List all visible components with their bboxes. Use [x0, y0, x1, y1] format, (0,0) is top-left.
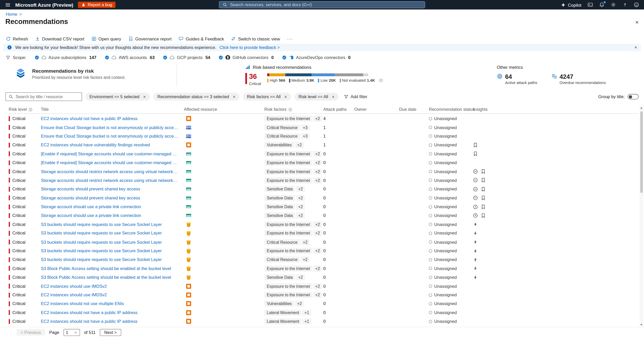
table-row[interactable]: CriticalS3 buckets should require reques… [9, 255, 638, 264]
table-row[interactable]: CriticalS3 buckets should require reques… [9, 247, 638, 255]
table-row[interactable]: Critical[Enable if required] Storage acc… [9, 149, 638, 158]
column-header-insights[interactable]: Insights [473, 107, 638, 112]
table-row[interactable]: CriticalStorage accounts should restrict… [9, 176, 638, 185]
global-search[interactable] [219, 1, 425, 8]
table-row[interactable]: CriticalStorage accounts should prevent … [9, 185, 638, 193]
recommendation-title-link[interactable]: [Enable if required] Storage accounts sh… [41, 151, 184, 156]
table-row[interactable]: CriticalStorage account should use a pri… [9, 211, 638, 220]
toolbar-switch-button[interactable]: Switch to classic view [231, 36, 280, 41]
table-row[interactable]: CriticalEC2 instances should use IMDSv2E… [9, 291, 638, 299]
risk-factor-more[interactable]: +2 [296, 186, 305, 192]
table-row[interactable]: CriticalEC2 instances should not have a … [9, 114, 638, 123]
risk-factor-more[interactable]: +2 [296, 213, 305, 219]
recommendation-title-link[interactable]: Storage accounts should restrict network… [41, 169, 184, 174]
previous-page-button[interactable]: < Previous [16, 329, 45, 336]
table-row[interactable]: CriticalStorage account should use a pri… [9, 202, 638, 211]
menu-icon[interactable] [5, 2, 11, 7]
table-row[interactable]: CriticalEC2 instances should use IMDSv2E… [9, 282, 638, 290]
recommendation-title-link[interactable]: S3 buckets should require requests to us… [41, 257, 168, 262]
toolbar-query-button[interactable]: Open query [91, 36, 121, 41]
recommendation-title-link[interactable]: S3 buckets should require requests to us… [41, 231, 168, 235]
global-search-input[interactable] [230, 3, 421, 7]
toolbar-refresh-button[interactable]: Refresh [6, 36, 28, 41]
recommendation-title-link[interactable]: Ensure that Cloud Storage bucket is not … [41, 125, 184, 130]
column-header-risk-level[interactable]: Risk level [9, 107, 41, 112]
cloud-shell-icon[interactable] [588, 2, 593, 7]
settings-icon[interactable] [611, 2, 616, 7]
table-row[interactable]: CriticalEC2 instances should not use mul… [9, 299, 638, 308]
recommendation-title-link[interactable]: Storage account should use a private lin… [41, 205, 147, 209]
remove-filter-icon[interactable]: × [143, 94, 146, 99]
risk-factor-more[interactable]: +3 [301, 124, 310, 131]
table-row[interactable]: CriticalEC2 instances should have vulner… [9, 141, 638, 149]
risk-factor-more[interactable]: +2 [313, 248, 322, 254]
vertical-scrollbar[interactable] [640, 106, 643, 327]
filter-pill[interactable]: Environment == 5 selected× [85, 93, 150, 100]
risk-factor-more[interactable]: +3 [301, 133, 310, 139]
table-row[interactable]: CriticalStorage accounts should prevent … [9, 193, 638, 202]
toolbar-download-button[interactable]: Download CSV report [35, 36, 84, 41]
scope-item-azure-subscriptions[interactable]: Azure subscriptions147 [35, 55, 96, 60]
product-title[interactable]: Microsoft Azure (Preview) [15, 2, 73, 7]
column-header-owner[interactable]: Owner [354, 107, 399, 112]
help-icon[interactable] [622, 2, 628, 7]
filter-pill[interactable]: Risk factors == All× [243, 93, 291, 100]
risk-factor-more[interactable]: +1 [302, 318, 311, 324]
recommendation-title-link[interactable]: Storage account should use a private lin… [41, 213, 147, 218]
table-row[interactable]: Critical[Enable if required] Storage acc… [9, 158, 638, 167]
table-row[interactable]: CriticalEC2 instances should not have a … [9, 308, 638, 317]
column-header-risk-factors[interactable]: Risk factors [264, 107, 323, 112]
risk-factor-more[interactable]: +2 [313, 221, 322, 228]
scope-item-gcp-projects[interactable]: GCP projects54 [163, 55, 210, 60]
risk-factor-more[interactable]: +2 [313, 283, 322, 289]
table-search[interactable] [5, 92, 82, 101]
recommendation-title-link[interactable]: S3 buckets should require requests to us… [41, 222, 168, 227]
filter-pill[interactable]: Risk level == All× [294, 93, 339, 100]
report-bug-button[interactable]: Report a bug [78, 2, 115, 8]
recommendation-title-link[interactable]: Storage accounts should restrict network… [41, 178, 184, 183]
page-select[interactable]: 1 [63, 329, 80, 336]
risk-factor-more[interactable]: +2 [295, 301, 304, 307]
scope-item-aws-accounts[interactable]: AWS accounts63 [105, 55, 155, 60]
recommendation-title-link[interactable]: EC2 instances should not have a public I… [41, 310, 143, 315]
risk-factor-more[interactable]: +2 [301, 257, 310, 263]
page-more-menu[interactable]: ··· [63, 20, 68, 25]
toolbar-overflow-menu[interactable]: ··· [287, 36, 293, 41]
recommendation-title-link[interactable]: S3 buckets should require requests to us… [41, 249, 168, 253]
recommendation-title-link[interactable]: S3 Block Public Access setting should be… [41, 275, 177, 280]
notifications-button[interactable] [599, 2, 605, 7]
recommendation-title-link[interactable]: Storage accounts should prevent shared k… [41, 196, 146, 200]
table-row[interactable]: CriticalS3 buckets should require reques… [9, 238, 638, 246]
risk-factor-more[interactable]: +2 [313, 292, 322, 298]
risk-factor-more[interactable]: +2 [313, 265, 322, 272]
close-blade-icon[interactable]: × [635, 19, 639, 26]
scope-item-github-connectors[interactable]: GitHub connectors0 [219, 55, 274, 60]
recommendation-title-link[interactable]: Storage accounts should prevent shared k… [41, 187, 146, 191]
risk-factor-more[interactable]: +2 [313, 177, 322, 183]
recommendation-title-link[interactable]: EC2 instances should not have a public I… [41, 319, 143, 324]
risk-factor-more[interactable]: +2 [313, 115, 322, 122]
recommendation-title-link[interactable]: Ensure that Cloud Storage bucket is not … [41, 134, 184, 139]
scope-item-azuredevops-connectors[interactable]: AzureDevOps connectors0 [282, 55, 350, 60]
column-header-affected-resource[interactable]: Affected resource [184, 107, 264, 112]
table-row[interactable]: CriticalEnsure that Cloud Storage bucket… [9, 132, 638, 141]
copilot-button[interactable]: Copilot [561, 2, 582, 7]
risk-factor-more[interactable]: +2 [313, 230, 322, 236]
scroll-down-icon[interactable] [640, 323, 643, 327]
toolbar-report-button[interactable]: Governance report [128, 36, 172, 41]
table-search-input[interactable] [16, 94, 79, 99]
risk-factor-more[interactable]: +2 [301, 239, 310, 245]
recommendation-title-link[interactable]: EC2 instances should not have a public I… [41, 116, 143, 121]
risk-factor-more[interactable]: +2 [313, 168, 322, 175]
table-row[interactable]: CriticalEC2 instances should not have a … [9, 317, 638, 325]
banner-close-icon[interactable]: × [634, 45, 637, 50]
column-header-attack-paths[interactable]: Attack paths [323, 107, 354, 112]
banner-feedback-link[interactable]: Click here to provide feedback > [220, 45, 280, 50]
recommendation-title-link[interactable]: S3 buckets should require requests to us… [41, 240, 168, 245]
recommendation-title-link[interactable]: EC2 instances should use IMDSv2 [41, 293, 112, 297]
filter-pill[interactable]: Recommendation status == 3 selected× [153, 93, 240, 100]
scrollbar-thumb[interactable] [640, 111, 643, 193]
risk-factor-more[interactable]: +2 [296, 274, 305, 280]
risk-factor-more[interactable]: +2 [313, 159, 322, 166]
recommendation-title-link[interactable]: [Enable if required] Storage accounts sh… [41, 161, 184, 165]
